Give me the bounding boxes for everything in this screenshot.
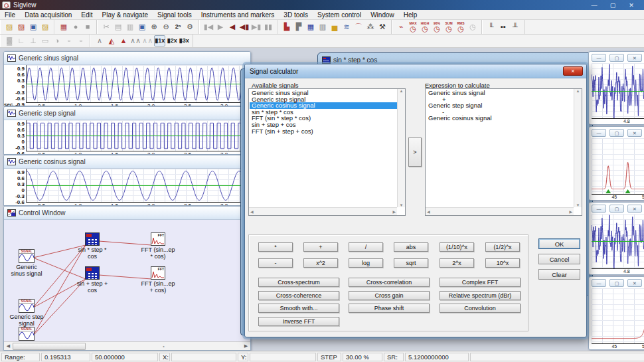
zoom-in-icon[interactable]: ⊕	[149, 21, 159, 33]
maximize-icon[interactable]: ▢	[609, 279, 624, 287]
signal-node-icon[interactable]: SIGNAL	[19, 327, 35, 341]
menu-play-navigate[interactable]: Play & navigate	[98, 10, 153, 20]
graph-node-calc[interactable]: sin + step + cos	[74, 266, 110, 294]
menu-help[interactable]: Help	[399, 10, 422, 20]
marker-icon[interactable]: ⌁	[396, 21, 406, 33]
zoom-3x-button[interactable]: ▮3x	[179, 35, 189, 46]
tile-windows-icon[interactable]: ▪▪	[498, 21, 509, 33]
list-item[interactable]: Generic sinus signal	[426, 90, 574, 96]
peak-line-icon[interactable]: ∧	[94, 35, 105, 46]
sum-detector-icon[interactable]: SUM◷	[443, 21, 454, 33]
func-button-relative-spectrum-dbr-[interactable]: Relative spectrum (dBr)	[440, 291, 521, 300]
signal-window-3[interactable]: Generic cosinus signal0.90.60.30-0.3-0.6…	[3, 155, 251, 206]
clear-button[interactable]: Clear	[538, 269, 580, 280]
func-button-smooth-with-[interactable]: Smooth with...	[258, 304, 339, 313]
right-window-plot[interactable]	[592, 288, 644, 344]
op-button-log[interactable]: log	[349, 258, 383, 268]
spectrogram-icon[interactable]: ▛	[293, 21, 304, 33]
minimize-icon[interactable]: —	[586, 1, 603, 9]
signal-plot[interactable]	[26, 120, 250, 151]
right-window-plot[interactable]	[592, 63, 644, 119]
graph-node-fft[interactable]: FFTFFT (sin...ep + cos)	[140, 266, 176, 294]
peaks-dotted-icon[interactable]: ∧∧	[142, 35, 153, 46]
available-signals-list[interactable]: Generic sinus signalGeneric step signalG…	[248, 88, 406, 216]
close-icon[interactable]: ✕	[627, 205, 642, 213]
scroll-right-icon[interactable]: ▶	[242, 343, 250, 349]
scatter-tool-icon[interactable]: ⁂	[365, 21, 376, 33]
properties-icon[interactable]: ⚙	[185, 21, 195, 33]
close-icon[interactable]: ✕	[627, 129, 642, 137]
zoom-1x-button[interactable]: ▮1x	[154, 35, 165, 46]
open-file-icon[interactable]: ▨	[4, 21, 15, 33]
op-button-[interactable]: +	[303, 242, 338, 252]
calculator-icon[interactable]: ▦	[305, 21, 316, 33]
menu-data-acquisition[interactable]: Data acquisition	[20, 10, 76, 20]
op-button-x2[interactable]: x^2	[303, 258, 338, 268]
op-button-sqrt[interactable]: sqrt	[394, 258, 428, 268]
op-button-110x[interactable]: (1/10)^x	[440, 242, 474, 252]
signal-node-icon[interactable]: SIGNAL	[19, 299, 35, 313]
open-recent-icon[interactable]: ▨	[16, 21, 27, 33]
maximize-icon[interactable]: ▢	[604, 1, 621, 9]
app-titlebar[interactable]: Sigview — ▢ ✕	[0, 0, 644, 10]
tools-icon[interactable]: ⚒	[377, 21, 388, 33]
scroll-right-icon[interactable]: ▶	[569, 209, 572, 214]
close-icon[interactable]: ✕	[623, 1, 640, 9]
maximize-icon[interactable]: ▢	[609, 54, 624, 62]
expression-list[interactable]: Generic sinus signal+Generic step signal…	[425, 88, 582, 216]
menu-file[interactable]: File	[0, 10, 20, 20]
zoom-2x-button[interactable]: ▮2x	[167, 35, 177, 46]
menu-instruments-and-markers[interactable]: Instruments and markers	[197, 10, 280, 20]
signal-window-2[interactable]: Generic step signal0.90.60.30-0.3-0.6sec…	[3, 106, 251, 155]
fft-icon[interactable]: ▙	[282, 21, 292, 33]
max-detector-icon[interactable]: MAX◷	[408, 21, 418, 33]
close-icon[interactable]: ✕	[627, 54, 642, 62]
horizontal-scrollbar[interactable]: ◀▶	[249, 207, 397, 215]
horizontal-scrollbar[interactable]: ◀▶	[426, 207, 574, 215]
scroll-down-icon[interactable]: ▼	[574, 203, 582, 207]
fft-node-icon[interactable]: FFT	[151, 266, 165, 280]
open-workspace-icon[interactable]: ▨	[40, 21, 50, 33]
peak-fill-half-icon[interactable]: ◭	[106, 35, 117, 46]
signal-window-titlebar[interactable]: Generic cosinus signal	[4, 155, 250, 169]
scroll-left-icon[interactable]: ◀	[4, 343, 13, 349]
scroll-up-icon[interactable]: ▲	[574, 89, 582, 93]
minimize-icon[interactable]: —	[592, 54, 606, 62]
scroll-thumb[interactable]	[13, 343, 86, 350]
graph-node-signal[interactable]: SIGNAL	[9, 327, 44, 341]
maximize-icon[interactable]: ▢	[609, 205, 624, 213]
list-item[interactable]: FFT (sin + step + cos)	[250, 128, 397, 135]
signal-node-icon[interactable]: SIGNAL	[19, 249, 35, 263]
ok-button[interactable]: OK	[538, 238, 580, 249]
play-sound-loop-icon[interactable]: ◀▮	[239, 21, 250, 33]
func-button-inverse-fft[interactable]: Inverse FFT	[258, 317, 339, 326]
data-acquisition-icon[interactable]: ▦	[58, 21, 69, 33]
control-window-titlebar[interactable]: Control Window	[4, 207, 250, 220]
minimize-icon[interactable]: —	[592, 205, 606, 213]
scroll-right-icon[interactable]: ▶	[392, 209, 396, 214]
op-button-[interactable]: -	[258, 258, 293, 268]
menu-window[interactable]: Window	[366, 10, 399, 20]
menu-3d-tools[interactable]: 3D tools	[279, 10, 313, 20]
zoom-out-icon[interactable]: ⊖	[161, 21, 171, 33]
func-button-complex-fft[interactable]: Complex FFT	[440, 278, 521, 287]
dialog-titlebar[interactable]: Signal calculator×	[245, 64, 586, 78]
menu-system-control[interactable]: System control	[313, 10, 366, 20]
graph-node-signal[interactable]: SIGNALGeneric sinus signal	[9, 249, 44, 277]
play-sound-icon[interactable]: ◀	[227, 21, 238, 33]
vertical-scrollbar[interactable]: ▲▼	[397, 89, 405, 207]
minimize-icon[interactable]: —	[592, 279, 606, 287]
menu-signal-tools[interactable]: Signal tools	[153, 10, 197, 20]
signal-window-titlebar[interactable]: Generic sinus signal	[4, 52, 250, 65]
vertical-scrollbar[interactable]: ▲▼	[574, 89, 582, 207]
peak-fill-icon[interactable]: ▲	[118, 35, 129, 46]
menu-edit[interactable]: Edit	[76, 10, 97, 20]
close-icon[interactable]: ✕	[627, 279, 642, 287]
op-button-abs[interactable]: abs	[394, 242, 428, 252]
signal-plot[interactable]	[26, 169, 250, 203]
rms-detector-icon[interactable]: RMS◷	[455, 21, 466, 33]
cancel-button[interactable]: Cancel	[538, 254, 580, 264]
copy-image-icon[interactable]: ▣	[137, 21, 147, 33]
control-scrollbar[interactable]: ◀▪▶	[4, 341, 250, 350]
graph-node-signal[interactable]: SIGNALGeneric step signal	[9, 299, 44, 327]
